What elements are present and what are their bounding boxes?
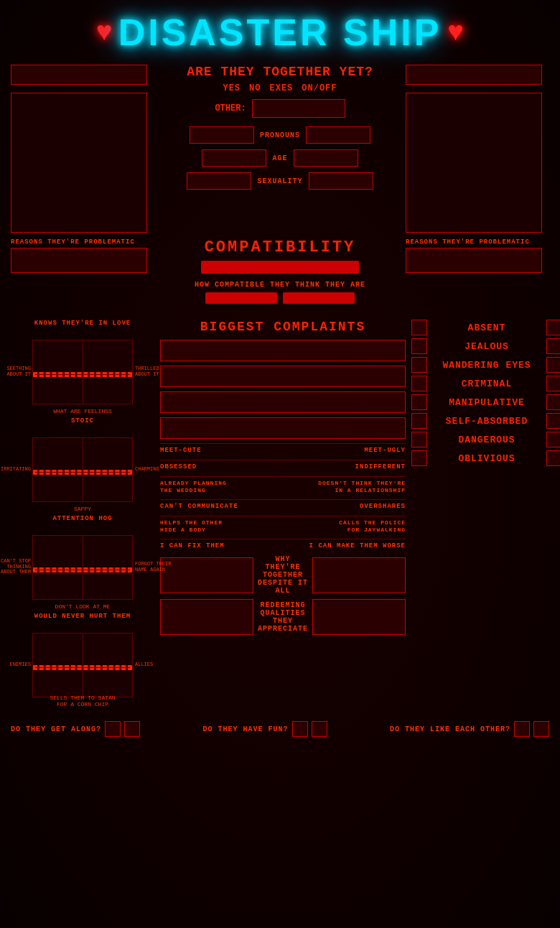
checkbox-manipulative-right[interactable]: [546, 394, 560, 410]
checkbox-absent-right[interactable]: [546, 320, 560, 335]
checkbox-criminal: CRIMINAL: [411, 376, 560, 391]
char-left-name-input[interactable]: [11, 65, 147, 85]
checkbox-manipulative-left[interactable]: [411, 394, 427, 410]
redeeming-left-input[interactable]: [160, 599, 253, 635]
chart4-right: ALLIES: [135, 662, 172, 668]
option-exes[interactable]: EXES: [269, 83, 293, 93]
compat-label: COMPATIBILITY: [160, 238, 400, 256]
chart3-container: ATTENTION HOG CAN'T STOPTHINKINGABOUT TH…: [11, 515, 154, 600]
checkbox-selfabsorbed-right[interactable]: [546, 413, 560, 429]
like-each-other-label: DO THEY LIKE EACH OTHER?: [390, 725, 510, 733]
char-right-name-input[interactable]: [406, 65, 542, 85]
get-along-checkbox-1[interactable]: [105, 721, 121, 737]
age-right-input[interactable]: [294, 149, 358, 167]
checkbox-absent-left[interactable]: [411, 320, 427, 335]
chart4-container: WOULD NEVER HURT THEM ENEMIES ALLIES SEL…: [11, 613, 154, 697]
right-checkboxes: ABSENT JEALOUS WANDERING EYES CRIMINAL M: [411, 320, 560, 710]
planning-left-label: ALREADY PLANNINGTHE WEDDING: [160, 480, 227, 493]
like-each-other-checkbox-1[interactable]: [514, 721, 530, 737]
like-each-other-checkbox-2[interactable]: [533, 721, 549, 737]
redeeming-right-input[interactable]: [312, 599, 406, 635]
are-together-label: ARE THEY TOGETHER YET?: [160, 65, 400, 79]
prob-right-label: REASONS THEY'RE PROBLEMATIC: [406, 238, 549, 246]
other-input[interactable]: [252, 99, 345, 118]
hide-right-label: CALLS THE POLICEFOR JAYWALKING: [339, 519, 406, 533]
chart2-box[interactable]: [32, 437, 133, 502]
have-fun-label: DO THEY HAVE FUN?: [202, 725, 288, 733]
mid-content: BIGGEST COMPLAINTS MEET-CUTE MEET-UGLY O…: [160, 320, 406, 710]
checkbox-criminal-right[interactable]: [546, 376, 560, 391]
chart3-box[interactable]: [32, 535, 133, 600]
why-left-input[interactable]: [160, 557, 253, 593]
fix-left-label: I CAN FIX THEM: [160, 542, 225, 549]
checkbox-dangerous-left[interactable]: [411, 432, 427, 447]
checkbox-jealous-right[interactable]: [546, 338, 560, 354]
chart1-container: KNOWS THEY'RE IN LOVE SEETHINGABOUT IT T…: [11, 320, 154, 404]
chart4-box[interactable]: [32, 633, 133, 697]
chart4-wrapper: ENEMIES ALLIES SELLS THEM TO SATANFOR A …: [32, 633, 133, 697]
redeeming-section: REDEEMING QUALITIES THEY APPRECIATE: [160, 599, 406, 635]
chart1-box[interactable]: [32, 340, 133, 404]
sexuality-label: SEXUALITY: [257, 177, 302, 185]
communicate-left-label: CAN'T COMMUNICATE: [160, 503, 238, 510]
like-each-other-item: DO THEY LIKE EACH OTHER?: [390, 721, 549, 737]
chart2-left: IRRITATING: [0, 467, 31, 473]
prob-left-input[interactable]: [11, 248, 147, 273]
checkbox-jealous-left[interactable]: [411, 338, 427, 354]
col-right: [406, 65, 549, 233]
pronouns-right-input[interactable]: [306, 126, 370, 144]
chart2-bottom: SAPPY: [32, 506, 133, 512]
divider-planning: [160, 476, 406, 477]
age-label: AGE: [272, 154, 287, 162]
chart1-title: KNOWS THEY'RE IN LOVE: [11, 320, 154, 327]
why-right-input[interactable]: [312, 557, 406, 593]
complaint-input-3[interactable]: [160, 391, 406, 413]
prob-left: REASONS THEY'RE PROBLEMATIC: [11, 238, 154, 273]
complaint-input-1[interactable]: [160, 340, 406, 361]
chart1-right: THRILLEDABOUT IT: [135, 366, 172, 377]
compat-bar-right: [283, 292, 355, 304]
sexuality-left-input[interactable]: [187, 172, 251, 190]
pronouns-left-input[interactable]: [190, 126, 254, 144]
title-text: DISASTER SHIP: [118, 11, 442, 54]
option-yes[interactable]: YES: [223, 83, 241, 93]
checkbox-absent-label: ABSENT: [427, 323, 546, 333]
prob-right: REASONS THEY'RE PROBLEMATIC: [406, 238, 549, 273]
char-right-image-box: [406, 93, 542, 233]
how-compat-label: HOW COMPATIBLE THEY THINK THEY ARE: [160, 281, 400, 289]
chart4-left: ENEMIES: [0, 662, 31, 668]
problematic-section: REASONS THEY'RE PROBLEMATIC COMPATIBILIT…: [11, 238, 549, 312]
checkbox-criminal-label: CRIMINAL: [427, 379, 546, 389]
have-fun-checkbox-1[interactable]: [292, 721, 308, 737]
complaint-input-4[interactable]: [160, 417, 406, 439]
sexuality-right-input[interactable]: [309, 172, 373, 190]
checkbox-jealous: JEALOUS: [411, 338, 560, 354]
checkbox-dangerous: DANGEROUS: [411, 432, 560, 447]
checkbox-wandering-label: WANDERING EYES: [427, 360, 546, 371]
have-fun-item: DO THEY HAVE FUN?: [202, 721, 327, 737]
option-no[interactable]: NO: [249, 83, 261, 93]
chart1-left: SEETHINGABOUT IT: [0, 366, 31, 377]
prob-right-input[interactable]: [406, 248, 542, 273]
age-left-input[interactable]: [202, 149, 266, 167]
get-along-checkbox-2[interactable]: [124, 721, 140, 737]
meet-cute-label: MEET-CUTE: [160, 447, 202, 454]
checkbox-dangerous-label: DANGEROUS: [427, 435, 546, 445]
complaint-input-2[interactable]: [160, 366, 406, 387]
checkbox-wandering-right[interactable]: [546, 357, 560, 373]
checkbox-oblivious-right[interactable]: [546, 450, 560, 466]
get-along-item: DO THEY GET ALONG?: [11, 721, 140, 737]
obsessed-scale-row: OBSESSED INDIFFERENT: [160, 463, 406, 470]
chart1-wrapper: SEETHINGABOUT IT THRILLEDABOUT IT WHAT A…: [32, 340, 133, 404]
option-onoff[interactable]: ON/OFF: [302, 83, 337, 93]
checkbox-selfabsorbed-left[interactable]: [411, 413, 427, 429]
checkbox-criminal-left[interactable]: [411, 376, 427, 391]
checkbox-dangerous-right[interactable]: [546, 432, 560, 447]
have-fun-checkbox-2[interactable]: [312, 721, 327, 737]
compat-bar-left: [205, 292, 277, 304]
divider-meet: [160, 443, 406, 444]
checkbox-manipulative-label: MANIPULATIVE: [427, 397, 546, 408]
checkbox-wandering-left[interactable]: [411, 357, 427, 373]
top-section: ARE THEY TOGETHER YET? YES NO EXES ON/OF…: [11, 65, 549, 233]
checkbox-oblivious-left[interactable]: [411, 450, 427, 466]
